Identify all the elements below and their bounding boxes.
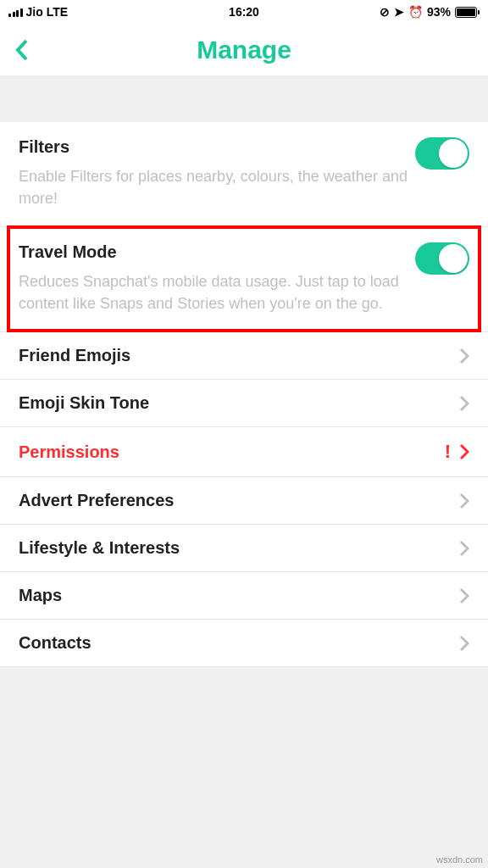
chevron-right-icon xyxy=(459,587,469,604)
row-advert-preferences[interactable]: Advert Preferences xyxy=(0,477,488,525)
battery-pct: 93% xyxy=(427,5,451,19)
section-spacer xyxy=(0,76,488,122)
signal-icon xyxy=(8,7,23,17)
nav-header: Manage xyxy=(0,24,488,76)
row-permissions[interactable]: Permissions ! xyxy=(0,427,488,477)
battery-icon xyxy=(455,7,480,18)
page-title: Manage xyxy=(197,36,291,64)
rotation-lock-icon: ⊘ xyxy=(380,5,390,19)
row-title: Advert Preferences xyxy=(19,491,459,510)
chevron-right-icon xyxy=(459,540,469,557)
row-travel-mode[interactable]: Travel Mode Reduces Snapchat's mobile da… xyxy=(0,227,488,332)
row-title: Permissions xyxy=(19,442,445,462)
row-title: Filters xyxy=(19,137,415,157)
settings-list: Filters Enable Filters for places nearby… xyxy=(0,122,488,667)
row-maps[interactable]: Maps xyxy=(0,572,488,620)
location-icon: ➤ xyxy=(394,5,404,19)
status-time: 16:20 xyxy=(229,5,259,19)
carrier-label: Jio xyxy=(26,5,43,19)
chevron-right-icon xyxy=(459,443,469,460)
row-emoji-skin-tone[interactable]: Emoji Skin Tone xyxy=(0,380,488,427)
row-desc: Enable Filters for places nearby, colour… xyxy=(19,165,415,209)
row-title: Friend Emojis xyxy=(19,346,459,365)
chevron-right-icon xyxy=(459,348,469,364)
filters-toggle[interactable] xyxy=(415,137,469,170)
travel-toggle[interactable] xyxy=(415,242,469,275)
status-bar: Jio LTE 16:20 ⊘ ➤ ⏰ 93% xyxy=(0,0,488,24)
alarm-icon: ⏰ xyxy=(408,5,423,19)
row-friend-emojis[interactable]: Friend Emojis xyxy=(0,332,488,380)
row-title: Emoji Skin Tone xyxy=(19,393,459,413)
chevron-left-icon xyxy=(15,39,29,61)
status-right: ⊘ ➤ ⏰ 93% xyxy=(259,5,480,19)
row-contacts[interactable]: Contacts xyxy=(0,620,488,667)
chevron-right-icon xyxy=(459,492,469,509)
watermark: wsxdn.com xyxy=(436,854,483,865)
row-title: Lifestyle & Interests xyxy=(19,538,459,558)
row-lifestyle-interests[interactable]: Lifestyle & Interests xyxy=(0,525,488,572)
back-button[interactable] xyxy=(15,39,29,61)
network-label: LTE xyxy=(47,5,68,19)
row-title: Travel Mode xyxy=(19,242,415,262)
chevron-right-icon xyxy=(459,395,469,412)
status-left: Jio LTE xyxy=(8,5,229,19)
alert-icon: ! xyxy=(445,441,451,463)
row-title: Maps xyxy=(19,586,459,605)
row-desc: Reduces Snapchat's mobile data usage. Ju… xyxy=(19,270,415,314)
row-filters[interactable]: Filters Enable Filters for places nearby… xyxy=(0,122,488,227)
chevron-right-icon xyxy=(459,635,469,652)
row-title: Contacts xyxy=(19,633,459,653)
